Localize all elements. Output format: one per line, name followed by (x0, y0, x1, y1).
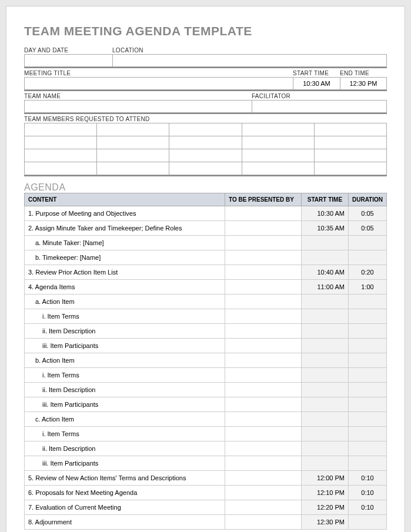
agenda-content: 3. Review Prior Action Item List (25, 265, 225, 280)
agenda-presented[interactable] (225, 471, 301, 486)
agenda-start[interactable]: 10:40 AM (301, 265, 348, 280)
agenda-start[interactable] (301, 295, 348, 309)
agenda-start[interactable] (301, 353, 348, 368)
agenda-start[interactable] (301, 368, 348, 383)
agenda-presented[interactable] (225, 221, 301, 236)
day-date-field[interactable] (24, 54, 112, 67)
end-time-field[interactable]: 12:30 PM (340, 77, 387, 90)
location-field[interactable] (112, 54, 387, 67)
agenda-duration[interactable] (348, 397, 386, 412)
agenda-start[interactable] (301, 441, 348, 456)
agenda-duration[interactable] (348, 250, 386, 265)
agenda-start[interactable] (301, 250, 348, 265)
agenda-presented[interactable] (225, 236, 301, 250)
member-cell[interactable] (314, 136, 386, 149)
agenda-presented[interactable] (225, 324, 301, 339)
agenda-presented[interactable] (225, 368, 301, 383)
member-cell[interactable] (97, 123, 169, 136)
member-cell[interactable] (97, 136, 169, 149)
agenda-presented[interactable] (225, 295, 301, 309)
agenda-start[interactable]: 12:30 PM (301, 515, 348, 530)
agenda-duration[interactable] (348, 353, 386, 368)
agenda-start[interactable] (301, 427, 348, 441)
member-cell[interactable] (25, 136, 97, 149)
agenda-content: a. Minute Taker: [Name] (25, 236, 225, 250)
agenda-presented[interactable] (225, 250, 301, 265)
member-cell[interactable] (314, 162, 386, 175)
agenda-presented[interactable] (225, 339, 301, 353)
agenda-start[interactable] (301, 412, 348, 427)
agenda-start[interactable] (301, 456, 348, 471)
agenda-presented[interactable] (225, 515, 301, 530)
agenda-duration[interactable] (348, 441, 386, 456)
agenda-presented[interactable] (225, 353, 301, 368)
agenda-duration[interactable] (348, 295, 386, 309)
agenda-duration[interactable] (348, 456, 386, 471)
agenda-content: 7. Evaluation of Current Meeting (25, 500, 225, 515)
member-cell[interactable] (97, 162, 169, 175)
agenda-content: i. Item Terms (25, 309, 225, 324)
member-cell[interactable] (242, 136, 314, 149)
agenda-presented[interactable] (225, 441, 301, 456)
member-cell[interactable] (314, 123, 386, 136)
agenda-start[interactable] (301, 383, 348, 397)
member-cell[interactable] (25, 123, 97, 136)
member-cell[interactable] (242, 162, 314, 175)
meeting-title-field[interactable] (24, 77, 293, 90)
agenda-presented[interactable] (225, 280, 301, 295)
agenda-presented[interactable] (225, 309, 301, 324)
agenda-duration[interactable]: 0:20 (348, 265, 386, 280)
agenda-duration[interactable]: 0:10 (348, 486, 386, 500)
agenda-start[interactable] (301, 236, 348, 250)
agenda-presented[interactable] (225, 500, 301, 515)
team-name-field[interactable] (24, 100, 252, 113)
agenda-content: 2. Assign Minute Taker and Timekeeper; D… (25, 221, 225, 236)
member-cell[interactable] (242, 149, 314, 162)
member-cell[interactable] (97, 149, 169, 162)
agenda-duration[interactable] (348, 309, 386, 324)
agenda-duration[interactable]: 1:00 (348, 280, 386, 295)
member-cell[interactable] (169, 123, 242, 136)
member-cell[interactable] (169, 136, 242, 149)
agenda-duration[interactable] (348, 324, 386, 339)
member-cell[interactable] (314, 149, 386, 162)
agenda-duration[interactable]: 0:10 (348, 471, 386, 486)
agenda-start[interactable] (301, 309, 348, 324)
member-cell[interactable] (169, 149, 242, 162)
agenda-start[interactable] (301, 324, 348, 339)
agenda-duration[interactable]: 0:10 (348, 500, 386, 515)
agenda-duration[interactable] (348, 236, 386, 250)
agenda-start[interactable]: 12:20 PM (301, 500, 348, 515)
agenda-duration[interactable] (348, 368, 386, 383)
agenda-presented[interactable] (225, 456, 301, 471)
agenda-duration[interactable] (348, 515, 386, 530)
agenda-duration[interactable] (348, 412, 386, 427)
agenda-start[interactable]: 12:00 PM (301, 471, 348, 486)
agenda-duration[interactable]: 0:05 (348, 206, 386, 221)
agenda-presented[interactable] (225, 427, 301, 441)
member-cell[interactable] (25, 162, 97, 175)
start-time-field[interactable]: 10:30 AM (293, 77, 340, 90)
agenda-presented[interactable] (225, 486, 301, 500)
agenda-duration[interactable] (348, 427, 386, 441)
agenda-row: ii. Item Description (25, 441, 387, 456)
member-cell[interactable] (242, 123, 314, 136)
agenda-presented[interactable] (225, 265, 301, 280)
agenda-presented[interactable] (225, 397, 301, 412)
agenda-start[interactable]: 10:35 AM (301, 221, 348, 236)
agenda-duration[interactable]: 0:05 (348, 221, 386, 236)
agenda-presented[interactable] (225, 206, 301, 221)
agenda-start[interactable] (301, 339, 348, 353)
member-cell[interactable] (25, 149, 97, 162)
facilitator-field[interactable] (252, 100, 387, 113)
member-cell[interactable] (169, 162, 242, 175)
agenda-duration[interactable] (348, 339, 386, 353)
agenda-start[interactable]: 10:30 AM (301, 206, 348, 221)
agenda-presented[interactable] (225, 383, 301, 397)
agenda-start[interactable] (301, 397, 348, 412)
agenda-start[interactable]: 11:00 AM (301, 280, 348, 295)
agenda-presented[interactable] (225, 412, 301, 427)
agenda-duration[interactable] (348, 383, 386, 397)
agenda-start[interactable]: 12:10 PM (301, 486, 348, 500)
agenda-content: ii. Item Description (25, 324, 225, 339)
